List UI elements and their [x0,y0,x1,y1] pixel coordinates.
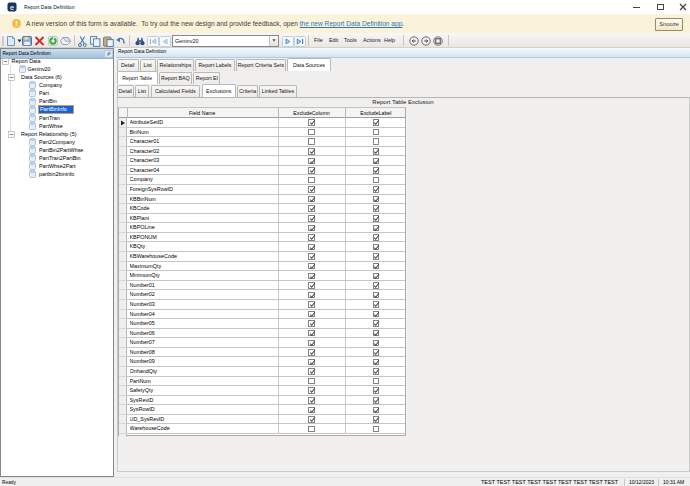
svg-text:e: e [10,3,14,12]
